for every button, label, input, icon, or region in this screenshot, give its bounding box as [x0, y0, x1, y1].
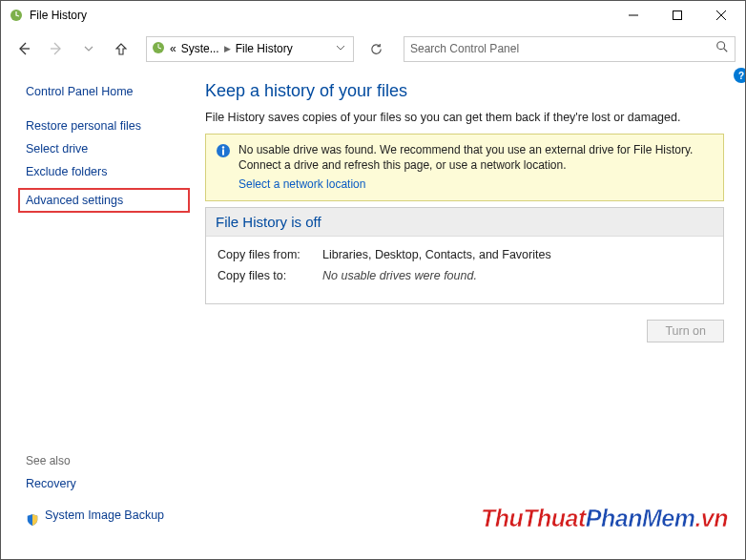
copy-to-label: Copy files to:: [218, 269, 322, 282]
info-icon: [216, 143, 231, 158]
help-icon[interactable]: ?: [734, 68, 746, 83]
sidebar-item-restore[interactable]: Restore personal files: [26, 119, 190, 133]
close-button[interactable]: [699, 1, 743, 30]
svg-point-11: [222, 146, 224, 148]
breadcrumb-seg-filehistory[interactable]: File History: [233, 42, 296, 55]
forward-button[interactable]: [43, 35, 70, 62]
chevron-right-icon[interactable]: ▶: [224, 44, 231, 53]
see-also-recovery[interactable]: Recovery: [26, 477, 76, 490]
copy-to-value: No usable drives were found.: [322, 269, 477, 282]
sidebar: Control Panel Home Restore personal file…: [1, 68, 201, 560]
minimize-button[interactable]: [611, 1, 655, 30]
shield-icon: [26, 513, 39, 527]
svg-line-9: [724, 49, 728, 52]
sidebar-item-advanced-settings[interactable]: Advanced settings: [26, 194, 182, 207]
recent-locations-button[interactable]: [75, 35, 102, 62]
file-history-icon: [9, 8, 24, 23]
sidebar-item-select-drive[interactable]: Select drive: [26, 142, 190, 156]
search-box[interactable]: [404, 36, 736, 62]
refresh-button[interactable]: [362, 36, 390, 62]
titlebar: File History: [1, 1, 745, 30]
see-also-header: See also: [26, 454, 190, 467]
turn-on-button[interactable]: Turn on: [647, 320, 724, 342]
see-also-section: See also Recovery System Image Backup: [26, 454, 190, 551]
window-title: File History: [30, 9, 611, 22]
copy-from-label: Copy files from:: [218, 248, 322, 261]
maximize-button[interactable]: [655, 1, 699, 30]
breadcrumb-seg-system[interactable]: Syste...: [178, 42, 222, 55]
notice-text: No usable drive was found. We recommend …: [238, 143, 693, 172]
up-button[interactable]: [108, 35, 135, 62]
navbar: « Syste... ▶ File History: [1, 30, 745, 68]
see-also-system-image-backup[interactable]: System Image Backup: [45, 508, 164, 522]
back-button[interactable]: [10, 35, 37, 62]
page-description: File History saves copies of your files …: [205, 111, 724, 124]
select-network-location-link[interactable]: Select a network location: [238, 176, 714, 192]
svg-rect-12: [222, 150, 224, 156]
page-title: Keep a history of your files: [205, 81, 724, 101]
status-header: File History is off: [206, 208, 723, 237]
search-icon[interactable]: [712, 40, 729, 57]
breadcrumb-prefix: «: [168, 42, 176, 55]
status-box: File History is off Copy files from: Lib…: [205, 207, 724, 304]
control-panel-icon: [151, 40, 166, 58]
svg-rect-2: [673, 11, 682, 20]
svg-point-8: [717, 42, 725, 50]
breadcrumb-dropdown[interactable]: [332, 42, 349, 55]
search-input[interactable]: [410, 42, 712, 55]
notice-banner: No usable drive was found. We recommend …: [205, 134, 724, 201]
sidebar-item-exclude-folders[interactable]: Exclude folders: [26, 165, 190, 178]
main-panel: ? Keep a history of your files File Hist…: [201, 68, 745, 560]
breadcrumb[interactable]: « Syste... ▶ File History: [146, 36, 354, 62]
highlighted-annotation: Advanced settings: [18, 188, 190, 213]
copy-from-value: Libraries, Desktop, Contacts, and Favori…: [322, 248, 551, 261]
control-panel-home-link[interactable]: Control Panel Home: [26, 85, 190, 98]
